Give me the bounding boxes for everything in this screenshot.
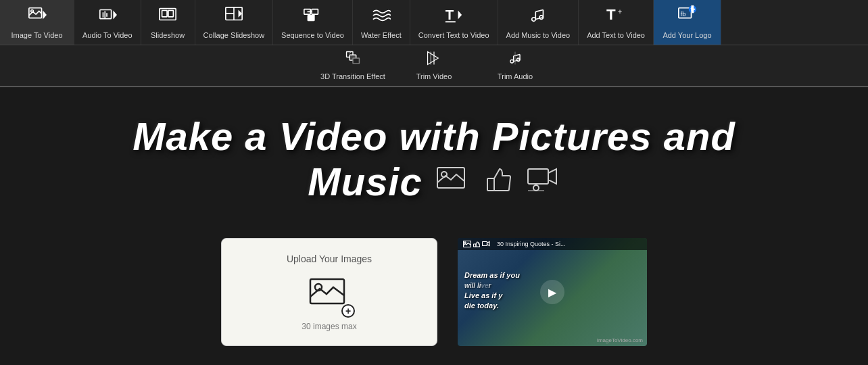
hero-image-icon: [436, 165, 470, 199]
svg-text:T: T: [606, 6, 616, 23]
nav-item-water-effect[interactable]: Water Effect: [353, 0, 410, 45]
svg-marker-2: [43, 10, 47, 19]
upload-plus-icon: +: [341, 304, 355, 318]
svg-rect-3: [100, 10, 112, 19]
video-icons-row: [463, 241, 490, 247]
nav-label-image-to-video: Image To Video: [11, 31, 62, 39]
svg-rect-6: [162, 10, 167, 16]
hero-title: Make a Video with Pictures and Music: [41, 114, 827, 204]
nav-item-add-music-to-video[interactable]: Add Music to Video: [498, 0, 579, 45]
nav-item-trim-audio[interactable]: Trim Audio: [475, 45, 556, 87]
nav-label-add-your-logo: Add Your Logo: [662, 31, 711, 39]
audio-to-video-icon: [98, 5, 117, 28]
nav-label-slideshow: Slideshow: [151, 31, 185, 39]
svg-line-25: [535, 10, 543, 12]
nav-item-trim-video[interactable]: Trim Video: [393, 45, 475, 87]
svg-line-43: [514, 55, 520, 56]
trim-audio-icon: [508, 51, 523, 70]
content-area: Upload Your Images + 30 images max: [0, 238, 868, 365]
water-effect-icon: [372, 5, 391, 28]
svg-rect-13: [312, 9, 318, 14]
nav-item-3d-transition[interactable]: 3D Transition Effect: [312, 45, 393, 87]
add-music-to-video-icon: [529, 5, 548, 28]
video-title: 30 Inspiring Quotes - Si...: [497, 241, 566, 247]
hero-thumbs-up-icon: [483, 164, 513, 201]
hero-title-line1: Make a Video with Pictures and: [132, 114, 736, 158]
svg-point-49: [533, 185, 539, 191]
second-nav: 3D Transition Effect Trim Video Trim Aud…: [0, 45, 868, 87]
svg-rect-55: [474, 244, 477, 247]
nav-item-add-your-logo[interactable]: fbf Add Your Logo: [654, 0, 721, 45]
nav-label-audio-to-video: Audio To Video: [82, 31, 132, 39]
convert-text-to-video-icon: T: [444, 5, 463, 28]
collage-slideshow-icon: [224, 5, 243, 28]
svg-rect-48: [528, 169, 548, 184]
nav-item-image-to-video[interactable]: Image To Video: [0, 0, 74, 45]
nav-item-convert-text-to-video[interactable]: T Convert Text to Video: [410, 0, 498, 45]
nav-label-convert-text-to-video: Convert Text to Video: [418, 31, 489, 39]
upload-box[interactable]: Upload Your Images + 30 images max: [221, 238, 437, 346]
hero-video-icon: [527, 164, 560, 201]
upload-icon-wrap: +: [309, 275, 349, 315]
svg-text:+: +: [618, 7, 623, 16]
nav-label-sequence-to-video: Sequence to Video: [281, 31, 344, 39]
svg-rect-34: [353, 58, 359, 64]
svg-rect-7: [168, 10, 173, 16]
upload-label: Upload Your Images: [287, 253, 372, 264]
hero-title-line2-text: Music: [308, 160, 422, 205]
3d-transition-icon: [345, 51, 360, 70]
add-text-to-video-icon: T+: [606, 5, 625, 28]
image-to-video-icon: [28, 5, 47, 28]
nav-item-slideshow[interactable]: Slideshow: [141, 0, 195, 45]
svg-text:fb: fb: [681, 11, 686, 18]
nav-item-add-text-to-video[interactable]: T+ Add Text to Video: [579, 0, 654, 45]
nav-item-audio-to-video[interactable]: Audio To Video: [74, 0, 141, 45]
sequence-to-video-icon: [303, 5, 322, 28]
svg-point-54: [464, 242, 466, 243]
svg-rect-47: [487, 178, 494, 191]
nav-label-collage-slideshow: Collage Slideshow: [203, 31, 265, 39]
hero-section: Make a Video with Pictures and Music: [0, 87, 868, 238]
slideshow-icon: [158, 5, 177, 28]
upload-limit: 30 images max: [302, 322, 356, 331]
nav-label-trim-video: Trim Video: [416, 72, 452, 80]
nav-label-water-effect: Water Effect: [361, 31, 402, 39]
svg-marker-18: [458, 10, 462, 19]
trim-video-icon: [427, 51, 441, 70]
video-preview[interactable]: 30 Inspiring Quotes - Si... Dream as if …: [458, 238, 647, 346]
nav-label-trim-audio: Trim Audio: [498, 72, 533, 80]
nav-item-sequence-to-video[interactable]: Sequence to Video: [273, 0, 353, 45]
top-nav: Image To Video Audio To Video Slideshow …: [0, 0, 868, 45]
svg-marker-35: [428, 52, 439, 65]
nav-label-add-text-to-video: Add Text to Video: [587, 31, 645, 39]
nav-label-3d-transition: 3D Transition Effect: [320, 72, 385, 80]
video-branding: ImageToVideo.com: [597, 337, 643, 343]
svg-marker-4: [113, 10, 117, 19]
nav-label-add-music-to-video: Add Music to Video: [506, 31, 571, 39]
play-button[interactable]: ▶: [540, 280, 564, 304]
video-top-bar: 30 Inspiring Quotes - Si...: [458, 238, 647, 250]
svg-text:T: T: [445, 7, 454, 22]
svg-rect-56: [483, 242, 487, 246]
nav-item-collage-slideshow[interactable]: Collage Slideshow: [195, 0, 274, 45]
svg-rect-19: [445, 21, 456, 22]
svg-point-20: [532, 18, 536, 22]
svg-point-1: [30, 10, 33, 13]
add-your-logo-icon: fbf: [677, 5, 696, 28]
